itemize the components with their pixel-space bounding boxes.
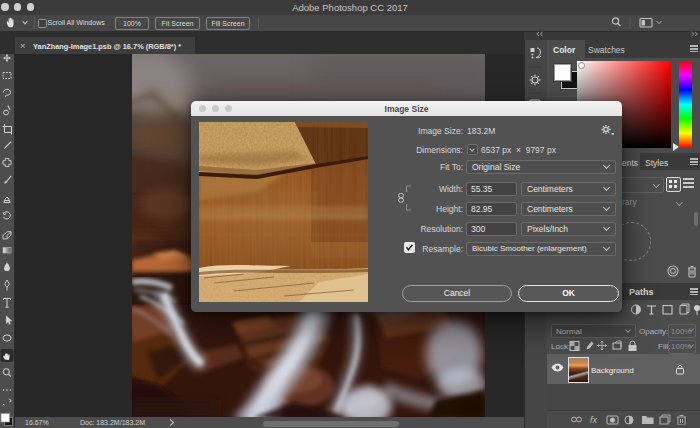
svg-text:fx: fx: [590, 415, 598, 425]
